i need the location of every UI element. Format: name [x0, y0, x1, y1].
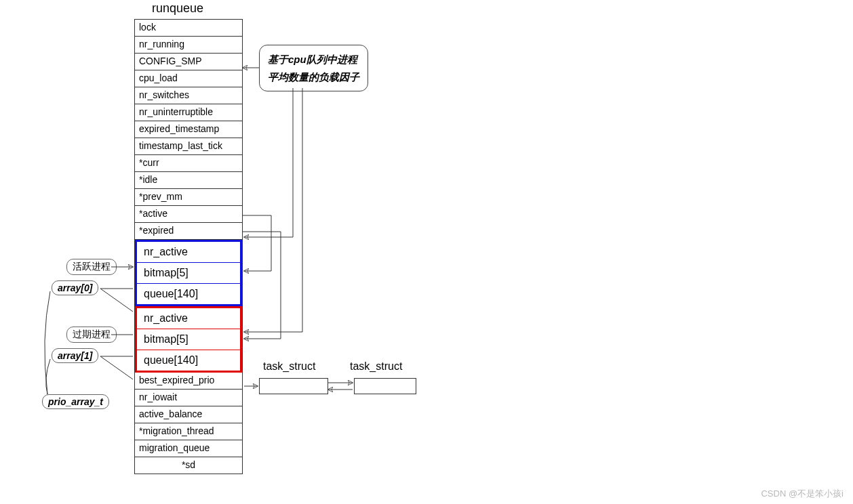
blue-queue: queue[140]: [137, 284, 240, 304]
blue-bitmap: bitmap[5]: [137, 263, 240, 284]
connector-arrows: [0, 0, 853, 504]
task-struct-label-2: task_struct: [350, 360, 402, 373]
field-migration-thread: *migration_thread: [135, 423, 242, 440]
field-nr-iowait: nr_iowait: [135, 390, 242, 406]
label-expired-proc: 过期进程: [66, 327, 117, 343]
field-expired: *expired: [135, 223, 242, 240]
field-nr-switches: nr_switches: [135, 87, 242, 104]
callout-load-factor: 基于cpu队列中进程 平均数量的负载因子: [259, 45, 368, 91]
field-active: *active: [135, 206, 242, 223]
task-struct-box-2: [354, 378, 416, 394]
red-queue: queue[140]: [137, 350, 240, 371]
prio-array-expired: nr_active bitmap[5] queue[140]: [135, 306, 242, 373]
task-struct-box-1: [259, 378, 328, 394]
runqueue-struct: lock nr_running CONFIG_SMP cpu_load nr_s…: [134, 19, 243, 474]
field-timestamp-last-tick: timestamp_last_tick: [135, 138, 242, 155]
callout-line2: 平均数量的负载因子: [268, 71, 359, 83]
label-array1: array[1]: [52, 348, 98, 363]
watermark: CSDN @不是笨小孩i: [761, 488, 844, 500]
field-nr-uninterruptible: nr_uninterruptible: [135, 104, 242, 121]
blue-nr-active: nr_active: [137, 242, 240, 263]
label-prio-array-t: prio_array_t: [42, 394, 109, 409]
red-bitmap: bitmap[5]: [137, 329, 240, 350]
callout-line1: 基于cpu队列中进程: [268, 54, 357, 65]
title: runqueue: [152, 1, 203, 16]
field-expired-timestamp: expired_timestamp: [135, 121, 242, 138]
field-idle: *idle: [135, 172, 242, 189]
field-sd: *sd: [135, 457, 242, 474]
red-nr-active: nr_active: [137, 308, 240, 329]
field-active-balance: active_balance: [135, 406, 242, 423]
field-nr-running: nr_running: [135, 37, 242, 54]
label-array0: array[0]: [52, 280, 98, 295]
field-cpu-load: cpu_load: [135, 70, 242, 87]
field-prev-mm: *prev_mm: [135, 189, 242, 206]
prio-array-active: nr_active bitmap[5] queue[140]: [135, 240, 242, 306]
task-struct-label-1: task_struct: [263, 360, 315, 373]
field-migration-queue: migration_queue: [135, 440, 242, 457]
field-config-smp: CONFIG_SMP: [135, 54, 242, 70]
field-best-expired-prio: best_expired_prio: [135, 373, 242, 390]
field-curr: *curr: [135, 155, 242, 172]
label-active-proc: 活跃进程: [66, 259, 117, 275]
field-lock: lock: [135, 20, 242, 37]
